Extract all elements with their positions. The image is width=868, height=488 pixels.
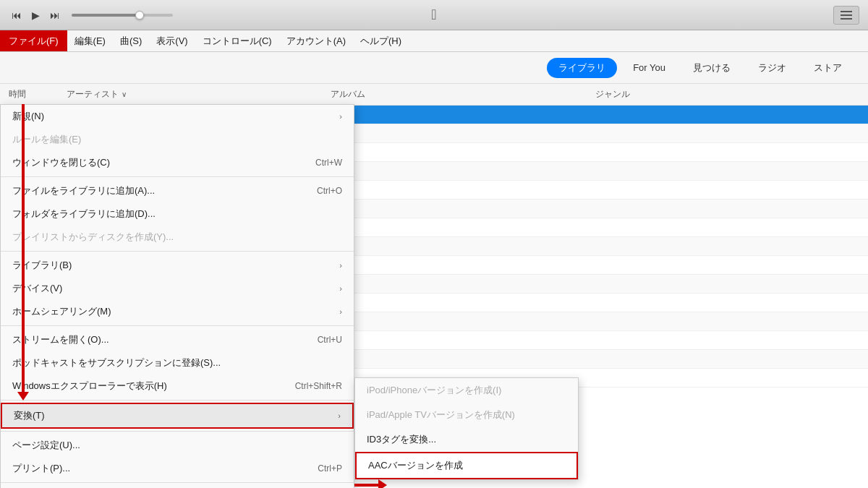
menu-help[interactable]: ヘルプ(H) bbox=[353, 30, 409, 51]
menu-item-print-shortcut: Ctrl+P bbox=[318, 463, 342, 474]
col-header-genre: ジャンル bbox=[595, 88, 859, 100]
submenu-item-ipod: iPod/iPhoneバージョンを作成(I) bbox=[355, 378, 578, 403]
menu-item-add-folder[interactable]: フォルダをライブラリに追加(D)... bbox=[1, 202, 354, 226]
menu-item-burn: プレイリストからディスクを作成(Y)... bbox=[1, 226, 354, 249]
menu-item-explorer-label: Windowsエクスプローラーで表示(H) bbox=[12, 380, 167, 393]
divider-2 bbox=[1, 251, 354, 252]
hamburger-icon bbox=[841, 11, 852, 20]
menu-item-device[interactable]: デバイス(V) › bbox=[1, 277, 354, 300]
menu-item-library-arrow: › bbox=[339, 261, 342, 270]
menu-item-add-file-shortcut: Ctrl+O bbox=[317, 186, 342, 196]
menu-item-home-sharing[interactable]: ホームシェアリング(M) › bbox=[1, 300, 354, 323]
divider-5 bbox=[1, 431, 354, 432]
menu-item-close-shortcut: Ctrl+W bbox=[315, 158, 342, 168]
menu-item-add-file-label: ファイルをライブラリに追加(A)... bbox=[12, 184, 155, 197]
menu-item-page-setup-label: ページ設定(U)... bbox=[12, 439, 80, 452]
menu-item-new[interactable]: 新規(N) › bbox=[1, 105, 354, 128]
col-header-artist[interactable]: アーティスト ∨ bbox=[67, 88, 331, 100]
submenu-item-id3[interactable]: ID3タグを変換... bbox=[355, 427, 578, 452]
rewind-button[interactable]: ⏮ bbox=[9, 8, 25, 22]
tab-discover[interactable]: 見つける bbox=[681, 58, 742, 78]
menu-item-convert-label: 変換(T) bbox=[14, 409, 45, 422]
menu-item-close-window[interactable]: ウィンドウを閉じる(C) Ctrl+W bbox=[1, 151, 354, 174]
sort-arrow-icon: ∨ bbox=[122, 90, 127, 98]
menu-icon-button[interactable] bbox=[833, 6, 859, 25]
menu-account[interactable]: アカウント(A) bbox=[279, 30, 353, 51]
menu-item-convert[interactable]: 変換(T) › bbox=[1, 403, 354, 429]
tab-store[interactable]: ストア bbox=[802, 58, 854, 78]
menu-view[interactable]: 表示(V) bbox=[149, 30, 195, 51]
menu-item-open-stream-label: ストリームを開く(O)... bbox=[12, 333, 109, 346]
divider-3 bbox=[1, 325, 354, 326]
divider-6 bbox=[1, 482, 354, 483]
submenu-item-aac[interactable]: AACバージョンを作成 bbox=[355, 452, 578, 479]
main-layout: 新規(N) › ルールを編集(E) ウィンドウを閉じる(C) Ctrl+W ファ… bbox=[0, 52, 868, 488]
menu-item-add-file[interactable]: ファイルをライブラリに追加(A)... Ctrl+O bbox=[1, 179, 354, 202]
submenu-convert: iPod/iPhoneバージョンを作成(I) iPad/Apple TVバージョ… bbox=[354, 377, 579, 480]
submenu-item-ipad: iPad/Apple TVバージョンを作成(N) bbox=[355, 403, 578, 427]
menu-item-burn-label: プレイリストからディスクを作成(Y)... bbox=[12, 231, 174, 244]
col-header-time: 時間 bbox=[9, 88, 67, 100]
menu-item-home-sharing-arrow: › bbox=[339, 307, 342, 316]
progress-bar[interactable] bbox=[72, 14, 173, 17]
menu-item-new-label: 新規(N) bbox=[12, 110, 44, 123]
progress-fill bbox=[72, 14, 137, 17]
tab-foryou[interactable]: For You bbox=[621, 59, 677, 77]
menu-item-device-arrow: › bbox=[339, 284, 342, 293]
dropdown-menu: 新規(N) › ルールを編集(E) ウィンドウを閉じる(C) Ctrl+W ファ… bbox=[0, 104, 354, 488]
playback-controls: ⏮ ▶ ⏭ bbox=[9, 8, 173, 22]
apple-logo-icon:  bbox=[431, 7, 436, 23]
menu-item-new-arrow: › bbox=[339, 112, 342, 121]
divider-4 bbox=[1, 400, 354, 401]
menu-item-page-setup[interactable]: ページ設定(U)... bbox=[1, 434, 354, 457]
play-button[interactable]: ▶ bbox=[29, 8, 43, 22]
menu-item-edit-rule: ルールを編集(E) bbox=[1, 128, 354, 151]
forward-button[interactable]: ⏭ bbox=[47, 8, 63, 22]
col-header-album: アルバム bbox=[331, 88, 595, 100]
menu-item-explorer[interactable]: Windowsエクスプローラーで表示(H) Ctrl+Shift+R bbox=[1, 374, 354, 398]
menu-file[interactable]: ファイル(F) bbox=[0, 30, 67, 51]
menu-item-podcast[interactable]: ポッドキャストをサブスクリプションに登録(S)... bbox=[1, 351, 354, 374]
menu-item-library[interactable]: ライブラリ(B) › bbox=[1, 254, 354, 277]
nav-tabs: ライブラリ For You 見つける ラジオ ストア bbox=[0, 52, 868, 84]
menu-edit[interactable]: 編集(E) bbox=[67, 30, 113, 51]
arrow-down-annotation bbox=[22, 104, 25, 393]
menu-control[interactable]: コントロール(C) bbox=[195, 30, 279, 51]
menu-item-podcast-label: ポッドキャストをサブスクリプションに登録(S)... bbox=[12, 356, 221, 369]
menu-bar: ファイル(F) 編集(E) 曲(S) 表示(V) コントロール(C) アカウント… bbox=[0, 30, 868, 52]
menu-item-explorer-shortcut: Ctrl+Shift+R bbox=[295, 381, 342, 391]
menu-item-open-stream[interactable]: ストリームを開く(O)... Ctrl+U bbox=[1, 328, 354, 351]
menu-song[interactable]: 曲(S) bbox=[113, 30, 149, 51]
menu-item-quit[interactable]: 終了(X) bbox=[1, 485, 354, 488]
menu-item-home-sharing-label: ホームシェアリング(M) bbox=[12, 305, 111, 318]
tab-library[interactable]: ライブラリ bbox=[547, 58, 617, 78]
menu-item-convert-arrow: › bbox=[338, 411, 341, 420]
menu-item-print-label: プリント(P)... bbox=[12, 462, 70, 475]
arrow-right-annotation bbox=[354, 484, 380, 487]
progress-thumb[interactable] bbox=[135, 11, 144, 20]
table-header: 時間 アーティスト ∨ アルバム ジャンル bbox=[0, 84, 868, 106]
title-bar: ⏮ ▶ ⏭  bbox=[0, 0, 868, 30]
menu-item-print[interactable]: プリント(P)... Ctrl+P bbox=[1, 457, 354, 480]
divider-1 bbox=[1, 176, 354, 177]
menu-item-add-folder-label: フォルダをライブラリに追加(D)... bbox=[12, 207, 156, 221]
menu-item-device-label: デバイス(V) bbox=[12, 282, 62, 295]
menu-item-open-stream-shortcut: Ctrl+U bbox=[318, 335, 342, 345]
menu-item-close-label: ウィンドウを閉じる(C) bbox=[12, 156, 110, 169]
tab-radio[interactable]: ラジオ bbox=[746, 58, 798, 78]
